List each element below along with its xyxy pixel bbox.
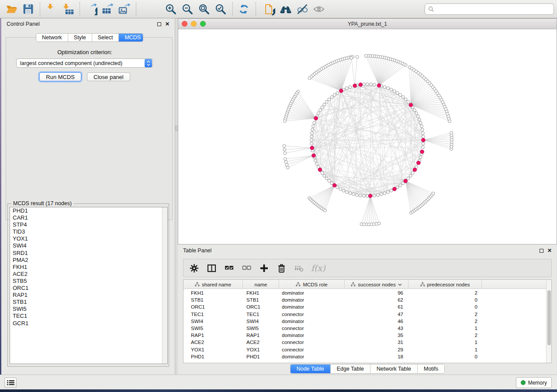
column-header-MCDS-role[interactable]: MCDS role (279, 280, 345, 289)
mcds-result-item[interactable]: TEC1 (10, 313, 167, 320)
cell-predecessor-nodes[interactable]: 2 (408, 319, 482, 324)
cell-name[interactable]: PHD1 (243, 354, 279, 359)
column-header-name[interactable]: name (243, 280, 279, 289)
cell-shared-name[interactable]: PHD1 (183, 354, 243, 359)
new-network-from-selection-button[interactable] (262, 2, 277, 17)
export-table-button[interactable] (100, 2, 115, 17)
cell-name[interactable]: TEC1 (243, 312, 279, 317)
dominator-node[interactable] (413, 168, 417, 172)
mcds-result-item[interactable]: CAR1 (10, 214, 167, 221)
cell-predecessor-nodes[interactable]: 1 (408, 340, 482, 345)
run-mcds-button[interactable]: Run MCDS (39, 72, 81, 81)
float-panel-icon[interactable] (157, 22, 161, 26)
cell-predecessor-nodes[interactable]: 0 (408, 354, 482, 359)
cell-name[interactable]: SWI4 (243, 319, 279, 324)
mcds-result-item[interactable]: PMA2 (10, 257, 167, 264)
cell-name[interactable]: SWI5 (243, 326, 279, 331)
mcds-result-item[interactable]: SRD1 (10, 250, 167, 257)
cell-MCDS-role[interactable]: connector (279, 347, 345, 352)
zoom-out-button[interactable] (180, 2, 195, 17)
table-row[interactable]: ACE2ACE2connector311 (183, 339, 547, 346)
mcds-result-item[interactable]: STB1 (10, 299, 167, 306)
cell-predecessor-nodes[interactable]: 0 (408, 304, 482, 309)
cell-successor-nodes[interactable]: 43 (345, 326, 408, 331)
delete-column-button[interactable] (276, 263, 287, 273)
cell-predecessor-nodes[interactable]: 2 (408, 290, 482, 296)
cell-shared-name[interactable]: ORC1 (183, 304, 243, 309)
table-row[interactable]: FKH1FKH1dominator962 (183, 289, 547, 296)
cell-predecessor-nodes[interactable]: 2 (408, 333, 482, 338)
mcds-result-item[interactable]: RAP1 (10, 292, 167, 299)
cell-predecessor-nodes[interactable]: 1 (408, 326, 482, 331)
cell-MCDS-role[interactable]: connector (279, 340, 345, 345)
cell-shared-name[interactable]: STB1 (183, 297, 243, 303)
import-table-button[interactable] (61, 2, 76, 17)
mcds-list-scrollbar[interactable] (162, 207, 167, 364)
show-columns-button[interactable] (206, 263, 217, 273)
cell-MCDS-role[interactable]: dominator (279, 333, 345, 338)
cell-successor-nodes[interactable]: 62 (345, 297, 408, 303)
cell-name[interactable]: RAP1 (243, 333, 279, 338)
tab-mcds[interactable]: MCDS (119, 34, 143, 41)
cell-successor-nodes[interactable]: 96 (345, 290, 408, 296)
cell-predecessor-nodes[interactable]: 0 (408, 297, 482, 303)
table-row[interactable]: STB1STB1dominator620 (183, 296, 547, 303)
mcds-result-item[interactable]: FKH1 (10, 264, 167, 271)
float-table-panel-icon[interactable] (540, 249, 543, 253)
cell-name[interactable]: ACE2 (243, 340, 279, 345)
mcds-result-item[interactable]: ACE2 (10, 271, 167, 278)
mcds-result-item[interactable]: SWI4 (10, 242, 167, 249)
cell-MCDS-role[interactable]: connector (279, 312, 345, 317)
close-panel-button[interactable]: Close panel (87, 72, 130, 81)
cell-shared-name[interactable]: YOX1 (183, 347, 243, 352)
zoom-selected-button[interactable] (214, 2, 228, 17)
tab-node-table[interactable]: Node Table (291, 364, 331, 373)
tab-edge-table[interactable]: Edge Table (331, 364, 370, 373)
network-graph-canvas[interactable] (178, 29, 557, 244)
cell-successor-nodes[interactable]: 29 (345, 347, 408, 352)
tab-network-table[interactable]: Network Table (370, 364, 418, 373)
dominator-node[interactable] (332, 183, 336, 187)
cell-MCDS-role[interactable]: dominator (279, 290, 345, 296)
cell-shared-name[interactable]: TEC1 (183, 312, 243, 317)
table-scrollbar[interactable] (546, 280, 551, 363)
search-input[interactable] (434, 5, 554, 14)
network-window-titlebar[interactable]: YPA_prune.txt_1 (178, 19, 557, 29)
mcds-result-item[interactable]: GCR1 (10, 320, 167, 327)
unselect-all-button[interactable] (241, 263, 252, 273)
select-all-button[interactable] (224, 263, 234, 273)
cell-shared-name[interactable]: SWI4 (183, 319, 243, 324)
table-scrollbar-thumb[interactable] (547, 290, 551, 345)
dominator-node[interactable] (339, 89, 343, 93)
table-row[interactable]: SWI4SWI4dominator462 (183, 318, 547, 325)
table-row[interactable]: TEC1TEC1connector472 (183, 311, 547, 318)
save-session-button[interactable] (21, 2, 36, 17)
table-row[interactable]: PHD1PHD1dominator180 (183, 353, 547, 360)
cell-successor-nodes[interactable]: 18 (345, 354, 408, 359)
cell-MCDS-role[interactable]: dominator (279, 319, 345, 324)
cell-name[interactable]: ORC1 (243, 304, 279, 309)
dominator-node[interactable] (417, 161, 421, 165)
dominator-node[interactable] (314, 117, 318, 120)
tab-network[interactable]: Network (36, 34, 68, 41)
cell-shared-name[interactable]: ACE2 (183, 340, 243, 345)
mcds-result-item[interactable]: STB5 (10, 278, 167, 285)
cell-name[interactable]: FKH1 (243, 290, 279, 296)
mcds-result-item[interactable]: TID3 (10, 228, 167, 235)
export-image-button[interactable] (117, 2, 132, 17)
dominator-node[interactable] (377, 83, 381, 87)
dominator-node[interactable] (404, 179, 408, 183)
cell-predecessor-nodes[interactable]: 1 (408, 347, 482, 352)
cell-successor-nodes[interactable]: 46 (345, 319, 408, 324)
table-row[interactable]: SWI5SWI5connector431 (183, 325, 547, 332)
cell-MCDS-role[interactable]: dominator (279, 354, 345, 359)
table-settings-button[interactable] (189, 263, 199, 273)
mcds-result-list[interactable]: PHD1CAR1STP4TID3YOX1SWI4SRD1PMA2FKH1ACE2… (10, 207, 168, 364)
cell-name[interactable]: YOX1 (243, 347, 279, 352)
export-network-button[interactable] (84, 2, 99, 17)
hide-selected-button[interactable] (295, 2, 310, 17)
dominator-node[interactable] (312, 154, 316, 158)
cell-shared-name[interactable]: RAP1 (183, 333, 243, 338)
open-file-button[interactable] (4, 2, 19, 17)
refresh-network-button[interactable] (237, 2, 252, 17)
